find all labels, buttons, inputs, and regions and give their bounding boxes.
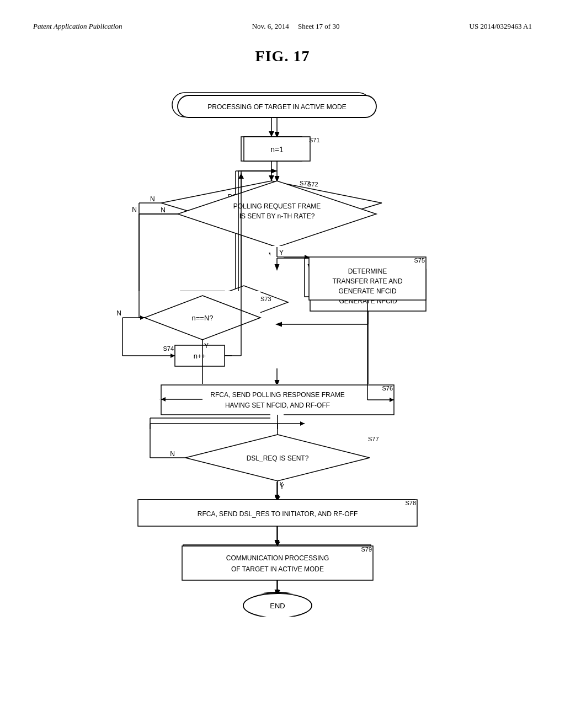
header-patent-number: US 2014/0329463 A1 [470, 22, 532, 31]
s72-line1: POLLING REQUEST FRAME [233, 202, 321, 210]
s76-t1: RFCA, SEND POLLING RESPONSE FRAME [210, 391, 344, 399]
end-text: END [270, 602, 285, 610]
svg-marker-107 [300, 421, 305, 426]
s79-t1: COMMUNICATION PROCESSING [226, 554, 329, 562]
s73-n-label: N [116, 309, 121, 317]
s74-label-2: S74 [163, 345, 174, 352]
s78-text-2: RFCA, SEND DSL_RES TO INITIATOR, AND RF-… [198, 510, 358, 518]
flowchart-diagram: PROCESSING OF TARGET IN ACTIVE MODE S71 … [95, 87, 470, 617]
s73-y-label: Y [204, 342, 209, 350]
svg-rect-89 [161, 385, 394, 415]
s72-n-label: N [150, 195, 155, 203]
s75-t1: DETERMINE [348, 267, 387, 275]
s73-label-2: S73 [260, 296, 271, 302]
header-publication-label: Patent Application Publication [33, 22, 122, 31]
s75-t3: GENERATE NFCID [338, 287, 396, 295]
s71-value: n=1 [270, 145, 284, 154]
page: Patent Application Publication Nov. 6, 2… [0, 0, 565, 728]
s72-line2: IS SENT BY n-TH RATE? [239, 212, 315, 220]
s72-label: S72 [307, 181, 318, 188]
page-header: Patent Application Publication Nov. 6, 2… [33, 22, 532, 31]
svg-marker-86 [271, 169, 276, 173]
start-label: PROCESSING OF TARGET IN ACTIVE MODE [207, 103, 346, 111]
s74-text-2: n++ [194, 352, 206, 360]
s76-label-2: S76 [382, 385, 393, 392]
s77-y-label: Y [280, 483, 284, 491]
s72-n-label: N [132, 206, 137, 213]
s72-n: N [161, 206, 166, 214]
s77-n-label: N [170, 450, 175, 458]
svg-rect-111 [182, 546, 373, 580]
s77-text-2: DSL_REQ IS SENT? [247, 454, 309, 462]
s76-t2: HAVING SET NFCID, AND RF-OFF [225, 402, 330, 409]
s77-label-2: S77 [368, 436, 379, 442]
s79-label-2: S79 [361, 546, 372, 553]
figure-title: FIG. 17 [33, 47, 532, 65]
header-date-sheet: Nov. 6, 2014 Sheet 17 of 30 [252, 22, 340, 31]
s71-label: S71 [309, 137, 320, 143]
s75-label-2: S75 [414, 257, 425, 264]
s73-text-2: n==N? [191, 314, 213, 322]
header-date: Nov. 6, 2014 [252, 22, 289, 30]
header-sheet: Sheet 17 of 30 [298, 22, 339, 30]
s75-t2: TRANSFER RATE AND [332, 277, 402, 285]
s72-y-label: Y [279, 249, 284, 256]
s79-t2: OF TARGET IN ACTIVE MODE [231, 565, 324, 573]
s78-label-2: S78 [405, 500, 416, 506]
